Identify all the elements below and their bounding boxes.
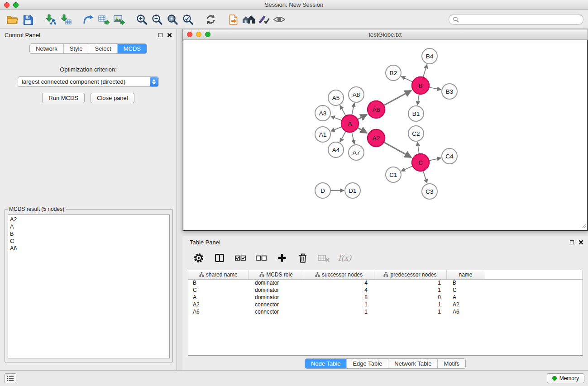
network-node-C4[interactable]: C4 — [442, 148, 457, 164]
network-graph[interactable]: B4B2BB3A8A5A6B1A3AC2A1A2A4A7C4CC1C3DD1 — [183, 40, 587, 230]
zoom-out-button[interactable] — [149, 12, 165, 27]
table-row[interactable]: A6connector11A6 — [188, 308, 583, 315]
zoom-window-button[interactable] — [13, 2, 19, 8]
graphics-details-button[interactable] — [256, 12, 272, 27]
deselect-all-button[interactable] — [255, 252, 268, 264]
network-node-C1[interactable]: C1 — [386, 167, 401, 182]
zoom-in-button[interactable] — [134, 12, 149, 27]
table-settings-button[interactable] — [192, 252, 205, 264]
tab-style[interactable]: Style — [63, 44, 89, 53]
import-network-button[interactable] — [43, 12, 58, 27]
table-row[interactable]: Adominator80A — [188, 294, 583, 301]
mcds-result-list[interactable]: A2ABCA6 — [8, 214, 170, 358]
close-panel-button[interactable]: Close panel — [91, 93, 134, 103]
mcds-result-item[interactable]: A2 — [10, 216, 169, 223]
network-edge[interactable] — [352, 103, 354, 115]
network-node-A7[interactable]: A7 — [349, 145, 364, 160]
resize-grip-icon[interactable] — [581, 222, 587, 230]
tab-select[interactable]: Select — [89, 44, 117, 53]
network-node-B3[interactable]: B3 — [442, 84, 457, 99]
export-table-button[interactable] — [96, 12, 111, 27]
network-node-A3[interactable]: A3 — [315, 105, 330, 121]
tab-mcds[interactable]: MCDS — [117, 44, 147, 53]
tab-edge-table[interactable]: Edge Table — [346, 359, 388, 368]
column-header-name[interactable]: name — [446, 270, 485, 279]
column-header-shared-name[interactable]: shared name — [188, 270, 249, 279]
float-table-panel-icon[interactable] — [570, 240, 574, 244]
close-panel-icon[interactable] — [167, 33, 172, 38]
mcds-result-item[interactable]: C — [10, 238, 169, 245]
network-edge[interactable] — [384, 91, 411, 105]
zoom-fit-button[interactable] — [165, 12, 180, 27]
network-node-A2[interactable]: A2 — [368, 129, 385, 147]
apply-function-button[interactable]: f(x) — [338, 252, 351, 264]
network-edge[interactable] — [358, 128, 367, 133]
node-table[interactable]: shared name MCDS role successor nodes pr… — [188, 270, 583, 356]
network-node-A8[interactable]: A8 — [349, 87, 364, 102]
table-row[interactable]: A2connector11A2 — [188, 301, 583, 308]
run-mcds-button[interactable]: Run MCDS — [42, 93, 85, 103]
network-edge[interactable] — [331, 127, 342, 131]
network-node-C[interactable]: C — [412, 154, 429, 171]
network-node-A[interactable]: A — [341, 115, 359, 132]
column-header-successor-nodes[interactable]: successor nodes — [304, 270, 374, 279]
mcds-result-item[interactable]: B — [10, 230, 169, 238]
close-table-panel-icon[interactable] — [578, 240, 583, 245]
network-edge[interactable] — [384, 142, 411, 157]
mcds-result-item[interactable]: A6 — [10, 245, 169, 252]
tab-node-table[interactable]: Node Table — [305, 359, 347, 368]
tab-motifs[interactable]: Motifs — [437, 359, 465, 368]
task-history-button[interactable] — [5, 373, 16, 383]
network-node-B1[interactable]: B1 — [408, 106, 424, 121]
network-edge[interactable] — [429, 158, 441, 161]
export-document-button[interactable] — [225, 12, 241, 27]
zoom-selected-button[interactable] — [180, 12, 196, 27]
network-edge[interactable] — [423, 64, 427, 77]
export-image-button[interactable] — [111, 12, 127, 27]
select-all-button[interactable] — [234, 252, 247, 264]
network-minimize-button[interactable] — [196, 32, 201, 37]
network-node-B[interactable]: B — [412, 77, 429, 94]
network-node-D[interactable]: D — [315, 183, 330, 198]
column-header-mcds-role[interactable]: MCDS role — [249, 270, 304, 279]
network-node-A1[interactable]: A1 — [315, 127, 330, 142]
float-panel-icon[interactable] — [158, 33, 163, 37]
network-edge[interactable] — [401, 76, 413, 82]
tab-network[interactable]: Network — [30, 44, 63, 53]
network-node-C2[interactable]: C2 — [408, 126, 424, 141]
network-edge[interactable] — [423, 171, 427, 183]
network-node-A5[interactable]: A5 — [328, 90, 344, 105]
network-node-B2[interactable]: B2 — [386, 65, 401, 81]
add-column-button[interactable] — [276, 252, 288, 264]
criterion-dropdown[interactable]: largest connected component (directed) — [18, 76, 159, 87]
network-node-B4[interactable]: B4 — [422, 48, 437, 64]
network-edge[interactable] — [417, 94, 419, 105]
open-file-button[interactable] — [5, 12, 20, 27]
network-edge[interactable] — [340, 105, 346, 116]
network-window-titlebar[interactable]: testGlobe.txt — [183, 29, 588, 40]
network-edge[interactable] — [429, 87, 441, 90]
network-edge[interactable] — [401, 166, 412, 171]
save-session-button[interactable] — [20, 12, 35, 27]
import-table-button[interactable] — [58, 12, 73, 27]
network-zoom-button[interactable] — [205, 32, 210, 37]
network-close-button[interactable] — [187, 32, 192, 37]
apply-layout-button[interactable] — [203, 12, 218, 27]
network-node-A6[interactable]: A6 — [368, 101, 385, 118]
close-window-button[interactable] — [4, 2, 10, 8]
search-input[interactable] — [449, 14, 583, 25]
eye-button[interactable] — [272, 12, 287, 27]
home-button[interactable] — [241, 12, 256, 27]
table-mode-button[interactable] — [213, 252, 226, 264]
network-node-D1[interactable]: D1 — [345, 183, 360, 198]
network-node-C3[interactable]: C3 — [422, 184, 437, 199]
table-row[interactable]: Cdominator41C — [188, 286, 583, 294]
network-edge[interactable] — [352, 132, 354, 144]
network-node-A4[interactable]: A4 — [328, 142, 344, 157]
table-row[interactable]: Bdominator41B — [188, 279, 583, 286]
memory-button[interactable]: Memory — [547, 373, 584, 383]
export-network-button[interactable] — [81, 12, 96, 27]
network-edge[interactable] — [358, 114, 367, 119]
network-edge[interactable] — [331, 116, 342, 120]
mcds-result-item[interactable]: A — [10, 223, 169, 230]
